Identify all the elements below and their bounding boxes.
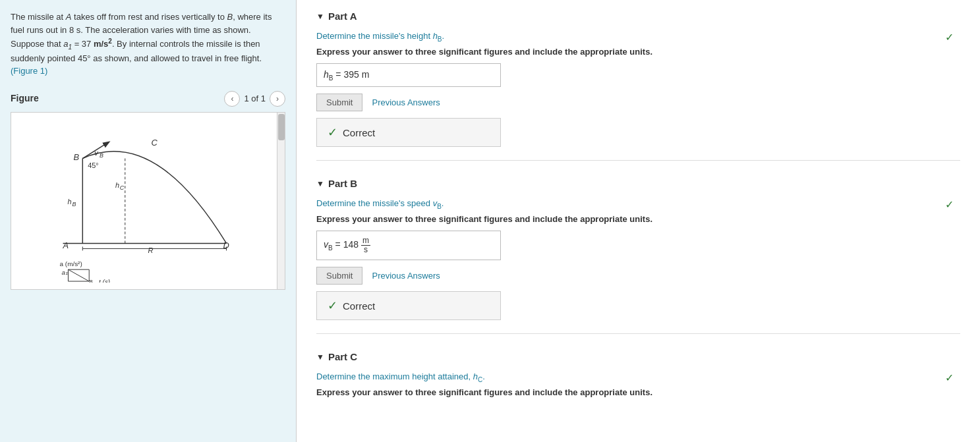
part-c-header: ▼ Part C xyxy=(316,351,960,362)
part-c-section: ▼ Part C ✓ Determine the maximum height … xyxy=(316,341,960,397)
figure-canvas: A B C D 45° v B h B h C R xyxy=(11,112,285,290)
part-a-correct-box: ✓ Correct xyxy=(316,118,501,147)
svg-text:R: R xyxy=(148,246,154,254)
svg-text:B: B xyxy=(73,152,79,161)
figure-header: Figure ‹ 1 of 1 › xyxy=(11,91,285,107)
scrollbar[interactable] xyxy=(277,113,285,289)
part-b-submit-button[interactable]: Submit xyxy=(316,267,362,285)
part-a-label: Part A xyxy=(328,11,357,22)
svg-line-20 xyxy=(68,269,89,281)
svg-text:a (m/s²): a (m/s²) xyxy=(60,260,82,267)
problem-description: The missile at A takes off from rest and… xyxy=(11,11,285,78)
part-b-instruction: Express your answer to three significant… xyxy=(316,214,960,224)
divider-ab xyxy=(316,160,960,161)
figure-nav: ‹ 1 of 1 › xyxy=(224,91,285,107)
part-a-correct-icon: ✓ xyxy=(945,31,954,43)
part-b-label: Part B xyxy=(328,178,357,189)
scrollbar-thumb xyxy=(278,114,285,140)
part-a-question: Determine the missile's height hB. xyxy=(316,31,960,43)
part-a-collapse[interactable]: ▼ xyxy=(316,12,324,21)
svg-text:A: A xyxy=(63,240,69,250)
part-b-prev-answers-link[interactable]: Previous Answers xyxy=(372,271,440,281)
part-a-correct-check-icon: ✓ xyxy=(328,125,337,140)
part-b-correct-icon: ✓ xyxy=(945,198,954,211)
part-c-correct-icon: ✓ xyxy=(945,372,954,384)
part-a-section: ▼ Part A ✓ Determine the missile's heigh… xyxy=(316,0,960,147)
svg-text:h: h xyxy=(115,181,119,189)
part-c-question: Determine the maximum height attained, h… xyxy=(316,372,960,383)
part-a-prev-answers-link[interactable]: Previous Answers xyxy=(372,97,440,107)
part-b-collapse[interactable]: ▼ xyxy=(316,179,324,188)
part-a-instruction: Express your answer to three significant… xyxy=(316,47,960,57)
part-b-correct-check-icon: ✓ xyxy=(328,298,337,313)
part-b-answer-value: vB = 148 m s xyxy=(324,236,370,254)
part-b-question: Determine the missile's speed vB. xyxy=(316,198,960,210)
svg-text:B: B xyxy=(72,201,76,207)
part-a-answer-input[interactable]: hB = 395 m xyxy=(316,63,501,88)
figure-page: 1 of 1 xyxy=(244,92,266,105)
svg-text:B: B xyxy=(100,152,103,158)
svg-text:8: 8 xyxy=(89,278,93,283)
svg-text:45°: 45° xyxy=(88,161,99,169)
right-panel: ▼ Part A ✓ Determine the missile's heigh… xyxy=(297,0,980,442)
svg-text:a₁: a₁ xyxy=(62,269,69,276)
figure-svg: A B C D 45° v B h B h C R xyxy=(18,119,278,283)
prev-figure-button[interactable]: ‹ xyxy=(224,91,240,107)
svg-text:t (s): t (s) xyxy=(99,278,110,283)
figure-link[interactable]: (Figure 1) xyxy=(11,66,47,76)
left-panel: The missile at A takes off from rest and… xyxy=(0,0,297,442)
part-a-submit-button[interactable]: Submit xyxy=(316,94,362,111)
part-b-correct-label: Correct xyxy=(343,300,375,312)
figure-section: Figure ‹ 1 of 1 › A B C xyxy=(11,91,285,290)
svg-text:C: C xyxy=(120,184,125,191)
part-a-correct-label: Correct xyxy=(343,127,375,138)
part-b-header: ▼ Part B xyxy=(316,178,960,189)
part-b-section: ▼ Part B ✓ Determine the missile's speed… xyxy=(316,167,960,320)
part-a-action-row: Submit Previous Answers xyxy=(316,94,960,111)
part-b-correct-box: ✓ Correct xyxy=(316,291,501,320)
part-c-collapse[interactable]: ▼ xyxy=(316,352,324,362)
figure-label: Figure xyxy=(11,92,39,105)
part-b-answer-input[interactable]: vB = 148 m s xyxy=(316,231,501,260)
divider-bc xyxy=(316,333,960,334)
svg-text:C: C xyxy=(151,138,158,148)
part-b-action-row: Submit Previous Answers xyxy=(316,267,960,285)
part-c-instruction: Express your answer to three significant… xyxy=(316,387,960,397)
svg-text:h: h xyxy=(67,198,71,206)
part-c-label: Part C xyxy=(328,351,357,362)
part-a-answer-value: hB = 395 m xyxy=(324,69,369,82)
next-figure-button[interactable]: › xyxy=(270,91,285,107)
part-a-header: ▼ Part A xyxy=(316,11,960,22)
